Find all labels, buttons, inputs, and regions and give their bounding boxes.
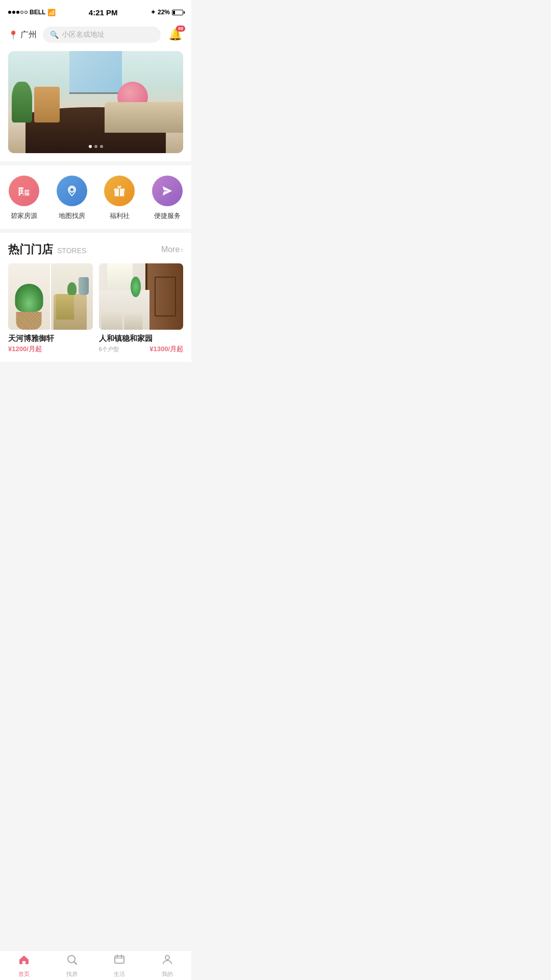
signal-dot-3 xyxy=(16,11,19,14)
action-label-jj: 便捷服务 xyxy=(154,211,181,220)
store-unit-2: 6个户型 xyxy=(99,346,119,353)
map-pin-icon xyxy=(65,184,79,198)
notification-button[interactable]: 🔔 99 xyxy=(167,27,183,43)
store-col-right xyxy=(50,263,93,330)
signal-dot-5 xyxy=(24,11,28,14)
banner-section xyxy=(0,49,191,161)
banner-plant xyxy=(12,82,32,122)
signal-dots xyxy=(8,11,28,14)
window-light xyxy=(107,263,133,290)
bluetooth-icon: ✦ xyxy=(151,9,156,16)
action-jj-fuwu[interactable]: 便捷服务 xyxy=(152,176,183,220)
quick-actions: 碧家房源 地图找房 福利社 xyxy=(0,165,191,229)
store-collage-1 xyxy=(8,263,93,330)
svg-rect-6 xyxy=(26,191,27,192)
banner-dot-2 xyxy=(94,145,97,148)
section-title-en: STORES xyxy=(57,247,86,255)
store-card-1[interactable]: 天河博雅御轩 ¥1200/月起 xyxy=(8,263,93,354)
store-price-1: ¥1200/月起 xyxy=(8,345,42,354)
store-image-1 xyxy=(8,263,93,330)
action-dt-zhaofang[interactable]: 地图找房 xyxy=(57,176,87,220)
store-name-1: 天河博雅御轩 xyxy=(8,334,93,344)
store-image-2 xyxy=(99,263,184,330)
chevron-right-icon: › xyxy=(181,246,183,254)
signal-dot-1 xyxy=(8,11,11,14)
location-label: 广州 xyxy=(20,30,37,40)
banner-dot-3 xyxy=(100,145,103,148)
plant-leaves xyxy=(15,284,43,312)
wooden-door xyxy=(145,263,183,330)
status-left: BELL 📶 xyxy=(8,9,56,16)
living-room xyxy=(99,290,149,330)
store-scene-2 xyxy=(99,263,184,330)
store-card-2[interactable]: 人和镇稳和家园 6个户型 ¥1300/月起 xyxy=(99,263,184,354)
action-fl-she[interactable]: 福利社 xyxy=(104,176,135,220)
signal-dot-4 xyxy=(20,11,23,14)
battery-fill xyxy=(173,11,175,14)
action-label-dt: 地图找房 xyxy=(59,211,85,220)
building-icon xyxy=(17,184,31,198)
more-link[interactable]: More › xyxy=(161,245,183,254)
svg-rect-2 xyxy=(20,189,21,190)
action-icon-bj xyxy=(9,176,39,206)
svg-rect-8 xyxy=(20,194,23,196)
search-bar[interactable]: 🔍 小区名或地址 xyxy=(43,27,161,43)
banner-chair xyxy=(34,87,60,122)
store-price-2: ¥1300/月起 xyxy=(149,345,183,354)
carrier-label: BELL xyxy=(30,9,45,16)
svg-rect-4 xyxy=(20,191,21,192)
search-icon: 🔍 xyxy=(50,31,59,39)
sofa-2 xyxy=(124,314,142,330)
chair-back xyxy=(56,294,74,320)
action-icon-fl xyxy=(104,176,135,206)
location-button[interactable]: 📍 广州 xyxy=(8,30,37,40)
banner-dots xyxy=(89,145,103,148)
door-panel xyxy=(155,277,176,316)
small-plant xyxy=(67,282,77,295)
section-title: 热门门店 STORES xyxy=(8,242,86,257)
gift-icon xyxy=(112,184,127,198)
action-label-bj: 碧家房源 xyxy=(11,211,37,220)
signal-dot-2 xyxy=(12,11,15,14)
store-grid: 天河博雅御轩 ¥1200/月起 xyxy=(0,263,191,362)
kettle xyxy=(79,277,89,295)
stores-section-header: 热门门店 STORES More › xyxy=(0,233,191,263)
plant-basket xyxy=(16,312,42,330)
svg-point-10 xyxy=(70,188,73,191)
top-nav: 📍 广州 🔍 小区名或地址 🔔 99 xyxy=(0,22,191,49)
send-icon xyxy=(160,184,174,198)
banner-sofa xyxy=(105,102,183,133)
plant-container xyxy=(15,284,43,330)
more-label: More xyxy=(161,245,180,254)
search-placeholder: 小区名或地址 xyxy=(62,30,105,39)
status-bar: BELL 📶 4:21 PM ✦ 22% xyxy=(0,0,191,22)
status-right: ✦ 22% xyxy=(151,9,183,16)
svg-rect-3 xyxy=(22,189,23,190)
location-icon: 📍 xyxy=(8,30,18,40)
svg-rect-5 xyxy=(22,191,23,192)
banner-window xyxy=(69,51,122,94)
svg-rect-7 xyxy=(28,191,29,192)
status-time: 4:21 PM xyxy=(89,8,118,17)
battery-percent: 22% xyxy=(158,9,170,16)
action-icon-jj xyxy=(152,176,183,206)
wifi-icon: 📶 xyxy=(47,9,56,16)
battery-icon xyxy=(172,10,183,15)
banner-image xyxy=(8,51,183,153)
action-bj-fangyan[interactable]: 碧家房源 xyxy=(9,176,39,220)
banner[interactable] xyxy=(8,51,183,153)
banner-dot-1 xyxy=(89,145,92,148)
store-meta-1: ¥1200/月起 xyxy=(8,345,93,354)
sofa-1 xyxy=(102,312,122,330)
section-title-cn: 热门门店 xyxy=(8,242,53,257)
store-meta-2: 6个户型 ¥1300/月起 xyxy=(99,345,184,354)
action-icon-dt xyxy=(57,176,87,206)
action-label-fl: 福利社 xyxy=(110,211,130,220)
store-name-2: 人和镇稳和家园 xyxy=(99,334,184,344)
store-col-left xyxy=(8,263,50,330)
notification-badge: 99 xyxy=(176,26,185,32)
content-scroll: 碧家房源 地图找房 福利社 xyxy=(0,49,191,398)
